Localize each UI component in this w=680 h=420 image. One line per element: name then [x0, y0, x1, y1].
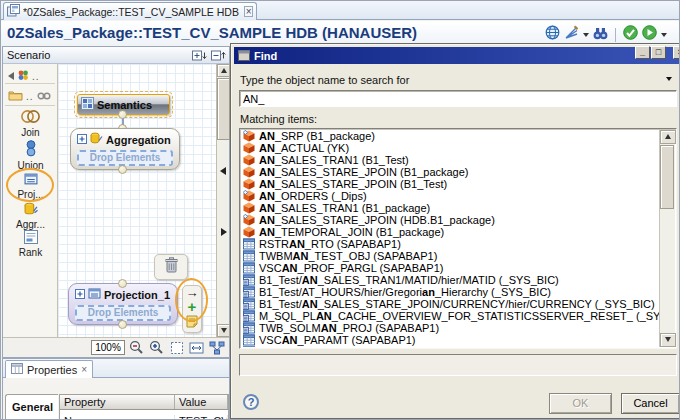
delete-node-toolbar [154, 254, 188, 280]
properties-panel: Properties × General Property Value Name… [2, 358, 230, 420]
node-projection-1[interactable]: Projection_1 Drop Elements Here [68, 283, 178, 325]
matching-item[interactable]: AN_ORDERS (_Dips) [241, 190, 659, 202]
dialog-titlebar[interactable]: Find [234, 47, 680, 64]
search-input[interactable] [239, 90, 677, 107]
connection-point[interactable] [118, 110, 127, 119]
scroll-up-button[interactable] [217, 64, 230, 77]
close-icon[interactable]: × [81, 364, 87, 375]
matching-item[interactable]: AN_ACTUAL (YK) [241, 142, 659, 154]
zoom-in-icon[interactable] [148, 340, 165, 356]
matching-item[interactable]: TWBMAN_TEST_OBJ (SAPABAP1) [241, 250, 659, 262]
canvas-zoom-toolbar [3, 337, 229, 357]
object-name: AN_SALES_TRAN1 (B1_Test) [259, 154, 409, 166]
drop-zone[interactable]: Drop Elements Here [75, 305, 171, 321]
matching-item[interactable]: AN_SALES_STARE_JPOIN (B1_Test) [241, 178, 659, 190]
scenario-canvas[interactable]: Semantics Aggregation Drop Elements Here [58, 64, 218, 337]
drop-zone[interactable]: Drop Elements Here [77, 150, 173, 166]
link-icon[interactable] [37, 87, 51, 105]
column-property[interactable]: Property [60, 395, 175, 409]
connection-point[interactable] [118, 320, 127, 329]
matching-item[interactable]: VSCAN_PARAMT (SAPABAP1) [241, 334, 659, 346]
ok-button[interactable]: OK [549, 393, 612, 414]
data-preview-icon[interactable] [564, 25, 579, 44]
folder-icon[interactable] [8, 87, 23, 105]
collapse-palette-icon[interactable] [8, 72, 14, 80]
history-dropdown-icon[interactable] [666, 77, 672, 81]
matching-item[interactable] [241, 346, 659, 347]
tab-title: *0ZSales_Package::TEST_CV_SAMPLE HDB (HA… [23, 6, 241, 18]
table-row[interactable]: Name TEST_CV_SAMPLE HDB [60, 410, 228, 420]
matching-item[interactable]: AN_SALES_TRAN1 (B1_Test) [241, 154, 659, 166]
globe-icon[interactable] [545, 25, 560, 44]
scroll-up-button[interactable] [660, 130, 676, 144]
connection-point[interactable] [118, 279, 127, 288]
expand-plus-icon[interactable] [75, 289, 85, 301]
palette-tool-union[interactable]: Union [3, 140, 58, 171]
matching-item[interactable]: AN_TEMPORAL_JOIN (B1_package) [241, 226, 659, 238]
matching-item[interactable]: RSTRAN_RTO (SAPABAP1) [241, 238, 659, 250]
find-icon[interactable] [593, 26, 608, 44]
matching-item[interactable]: B1_Test/AN_SALES_TRAN1/MATID/hier/MATID … [241, 274, 659, 286]
zoom-out-icon[interactable] [128, 340, 145, 356]
fit-to-page-icon[interactable] [168, 340, 185, 356]
trash-icon[interactable] [164, 257, 179, 277]
scrollbar-thumb[interactable] [217, 78, 230, 140]
editor-tab[interactable]: *0ZSales_Package::TEST_CV_SAMPLE HDB (HA… [3, 2, 257, 20]
activate-dropdown-icon[interactable] [661, 33, 667, 37]
drawer-more-label[interactable]: .. [26, 91, 34, 102]
tab-properties[interactable]: Properties × [5, 360, 93, 378]
palette-tool-projection[interactable]: Proj... [3, 172, 58, 200]
palette-more-label[interactable]: .. [32, 71, 40, 82]
fit-width-icon[interactable] [188, 340, 205, 356]
matching-item[interactable]: AN_SRP (B1_package) [241, 130, 659, 142]
tab-label: Properties [27, 364, 77, 376]
flyout-right-icon[interactable] [221, 228, 227, 236]
help-icon[interactable]: ? [243, 394, 259, 410]
tab-general[interactable]: General [5, 394, 58, 420]
cancel-button[interactable]: Cancel [621, 393, 680, 414]
note-icon[interactable] [186, 314, 198, 332]
matching-items-listbox[interactable]: AN_SRP (B1_package) AN_ACTUAL (YK) AN_SA… [239, 128, 677, 349]
object-type-icon [243, 238, 256, 250]
object-type-icon [243, 190, 256, 202]
maximize-button[interactable]: □ [651, 46, 666, 59]
auto-layout-icon[interactable] [208, 340, 225, 356]
minimize-button[interactable]: _ [635, 46, 650, 59]
palette-tool-join[interactable]: Join [3, 109, 58, 138]
matching-item[interactable]: AN_SALES_STARE_JPOIN (HDB.B1_package) [241, 214, 659, 226]
collapse-all-icon[interactable] [211, 49, 226, 64]
matching-item[interactable]: B1_Test/AN_SALES_STARE_JPOIN/CURRENCY/hi… [241, 298, 659, 310]
zoom-level-input[interactable] [91, 340, 125, 355]
matching-item[interactable]: M_SQL_PLAN_CACHE_OVERVIEW_FOR_STATISTICS… [241, 310, 659, 322]
canvas-scrollbar[interactable] [216, 64, 229, 337]
page-title: 0ZSales_Package::TEST_CV_SAMPLE HDB (HAN… [7, 24, 417, 41]
palette-tool-rank[interactable]: Rank [3, 230, 58, 258]
list-scrollbar[interactable] [659, 130, 675, 347]
scrollbar-thumb[interactable] [660, 145, 674, 209]
connection-point[interactable] [118, 165, 127, 174]
data-preview-dropdown-icon[interactable] [583, 33, 589, 37]
matching-item[interactable]: B1_Test/AT_HOURS/hier/Gregorian_Hierarch… [241, 286, 659, 298]
scroll-down-button[interactable] [660, 333, 676, 347]
flyout-left-icon[interactable] [220, 167, 226, 175]
matching-item[interactable]: AN_SALES_STARE_JPOIN (B1_package) [241, 166, 659, 178]
validate-icon[interactable] [623, 25, 638, 44]
join-icon [3, 109, 58, 126]
tool-label: Rank [19, 247, 42, 258]
scroll-down-button[interactable] [217, 324, 230, 337]
add-node-icon[interactable]: + [184, 300, 200, 313]
matching-item[interactable]: AN_SALES_TRAN1 (B1_package) [241, 202, 659, 214]
palette-tool-aggregation[interactable]: Aggr... [3, 202, 58, 230]
matching-item[interactable]: VSCAN_PROF_PARGL (SAPABAP1) [241, 262, 659, 274]
column-value[interactable]: Value [175, 395, 228, 409]
activate-icon[interactable] [642, 25, 657, 44]
expand-plus-icon[interactable] [77, 134, 87, 146]
object-type-icon [243, 250, 256, 262]
matching-items-label: Matching items: [240, 113, 317, 125]
close-button[interactable]: × [673, 46, 680, 59]
matching-item[interactable]: TWB_SOLMAN_PROJ (SAPABAP1) [241, 322, 659, 334]
expand-all-icon[interactable] [192, 49, 207, 64]
node-aggregation[interactable]: Aggregation Drop Elements Here [70, 128, 180, 170]
close-icon[interactable]: × [244, 6, 253, 17]
matching-items-list: AN_SRP (B1_package) AN_ACTUAL (YK) AN_SA… [241, 130, 659, 347]
